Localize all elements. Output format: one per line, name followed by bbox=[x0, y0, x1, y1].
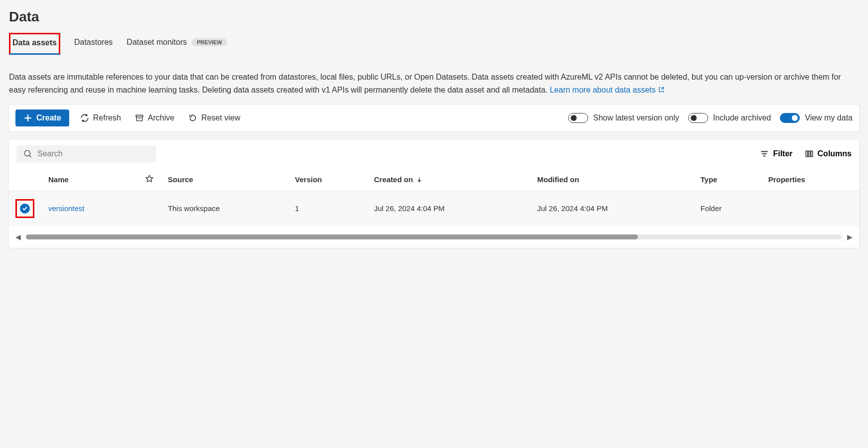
row-source: This workspace bbox=[161, 191, 288, 226]
row-created-on: Jul 26, 2024 4:04 PM bbox=[367, 191, 530, 226]
external-link-icon bbox=[658, 86, 665, 93]
table-toolbar: Filter Columns bbox=[8, 139, 860, 168]
toggle-show-latest-switch[interactable] bbox=[568, 113, 588, 123]
filter-button[interactable]: Filter bbox=[760, 149, 792, 158]
reset-icon bbox=[188, 113, 197, 122]
scroll-left-icon[interactable]: ◀ bbox=[15, 233, 21, 241]
search-icon bbox=[23, 149, 32, 158]
refresh-icon bbox=[80, 113, 89, 122]
description-text: Data assets are immutable references to … bbox=[9, 73, 841, 94]
col-properties[interactable]: Properties bbox=[761, 168, 860, 191]
scroll-track[interactable] bbox=[26, 234, 842, 239]
row-type: Folder bbox=[693, 191, 761, 226]
tab-dataset-monitors-label: Dataset monitors bbox=[126, 38, 187, 47]
scroll-right-icon[interactable]: ▶ bbox=[847, 233, 853, 241]
svg-rect-2 bbox=[806, 151, 807, 156]
col-favorite[interactable] bbox=[138, 168, 161, 191]
tab-dataset-monitors[interactable]: Dataset monitors PREVIEW bbox=[126, 33, 227, 55]
toggle-include-archived-label: Include archived bbox=[713, 113, 771, 122]
columns-button[interactable]: Columns bbox=[805, 149, 852, 158]
col-type[interactable]: Type bbox=[693, 168, 761, 191]
archive-button[interactable]: Archive bbox=[132, 112, 177, 124]
col-source[interactable]: Source bbox=[161, 168, 288, 191]
svg-rect-3 bbox=[808, 151, 810, 156]
toggle-view-my-data-switch[interactable] bbox=[780, 113, 800, 123]
star-icon bbox=[145, 174, 154, 183]
toggle-show-latest-label: Show latest version only bbox=[593, 113, 679, 122]
refresh-button[interactable]: Refresh bbox=[78, 111, 123, 125]
toggle-include-archived: Include archived bbox=[688, 113, 771, 123]
svg-rect-4 bbox=[811, 151, 812, 156]
horizontal-scrollbar: ◀ ▶ bbox=[8, 226, 860, 243]
col-created-on[interactable]: Created on bbox=[367, 168, 530, 191]
data-table: Name Source Version Created on Modified … bbox=[8, 168, 860, 226]
col-modified-on[interactable]: Modified on bbox=[530, 168, 694, 191]
search-box[interactable] bbox=[16, 145, 156, 162]
toolbar: Create Refresh Archive Reset view Show l… bbox=[8, 104, 860, 132]
svg-rect-0 bbox=[136, 115, 143, 116]
toggle-view-my-data-label: View my data bbox=[805, 113, 853, 122]
scroll-thumb[interactable] bbox=[26, 234, 638, 239]
reset-view-button[interactable]: Reset view bbox=[186, 111, 242, 125]
columns-icon bbox=[805, 149, 814, 158]
tab-data-assets[interactable]: Data assets bbox=[9, 33, 60, 55]
toggle-view-my-data: View my data bbox=[780, 113, 853, 123]
tabs: Data assets Datastores Dataset monitors … bbox=[8, 33, 860, 55]
table-card: Filter Columns Name Source Version C bbox=[8, 139, 860, 248]
sort-down-icon bbox=[416, 177, 422, 183]
row-selected-icon[interactable] bbox=[20, 204, 30, 214]
svg-point-1 bbox=[24, 150, 30, 156]
row-modified-on: Jul 26, 2024 4:04 PM bbox=[530, 191, 694, 226]
search-input[interactable] bbox=[37, 149, 149, 158]
preview-badge: PREVIEW bbox=[192, 38, 227, 46]
col-version[interactable]: Version bbox=[288, 168, 367, 191]
col-name[interactable]: Name bbox=[41, 168, 138, 191]
create-button[interactable]: Create bbox=[15, 110, 69, 126]
archive-icon bbox=[135, 113, 144, 122]
page-title: Data bbox=[8, 0, 860, 33]
learn-more-link[interactable]: Learn more about data assets bbox=[550, 86, 665, 94]
row-properties bbox=[761, 191, 860, 226]
table-row[interactable]: versiontest This workspace 1 Jul 26, 202… bbox=[8, 191, 860, 226]
description: Data assets are immutable references to … bbox=[8, 59, 860, 104]
plus-icon bbox=[23, 113, 32, 122]
row-version: 1 bbox=[288, 191, 367, 226]
tab-datastores[interactable]: Datastores bbox=[74, 33, 113, 55]
filter-icon bbox=[760, 149, 769, 158]
toggle-include-archived-switch[interactable] bbox=[688, 113, 708, 123]
toggle-show-latest: Show latest version only bbox=[568, 113, 679, 123]
row-name-link[interactable]: versiontest bbox=[48, 204, 85, 213]
